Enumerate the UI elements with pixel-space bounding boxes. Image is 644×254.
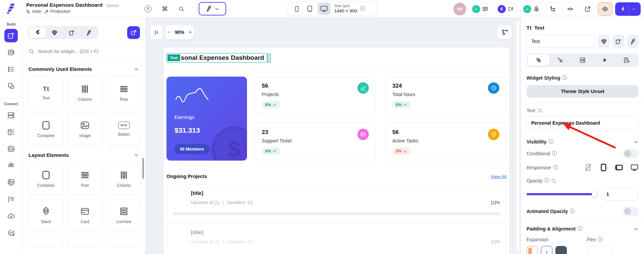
sidebar-item-app-state[interactable] — [4, 193, 18, 206]
environment-name[interactable]: Production — [50, 9, 70, 14]
search-button[interactable] — [177, 4, 186, 13]
save-as-component-button[interactable] — [612, 35, 624, 48]
comments-status-pill[interactable]: ✓ — [469, 3, 492, 15]
tab-documentation[interactable] — [615, 54, 638, 66]
tablet-portrait-toggle-icon[interactable] — [599, 163, 608, 172]
widget-card-container[interactable]: Container — [29, 113, 63, 145]
zoom-out-button[interactable]: − — [166, 29, 172, 35]
phone-preview-button[interactable] — [292, 4, 302, 14]
tab-actions[interactable] — [550, 54, 572, 66]
sidebar-item-database[interactable] — [4, 109, 18, 122]
page-title-text[interactable]: sonal Expenses Dashboard — [181, 54, 264, 61]
text-section-header: Text — [527, 108, 639, 113]
expansion-expanded-button[interactable]: ‹ — [541, 246, 552, 254]
stat-card-support-ticket[interactable]: 23 Support Ticket 6% — [255, 123, 376, 160]
padding-alignment-header[interactable]: Padding & Alignmentⓘ — [527, 226, 639, 232]
earnings-card[interactable]: Earnings $31.313 56 Members $ — [166, 77, 247, 161]
slider-knob[interactable] — [592, 191, 598, 197]
tab-properties[interactable] — [528, 54, 550, 66]
command-menu-button[interactable]: ⌘ — [160, 4, 169, 13]
tab-flutterflow-widgets[interactable] — [80, 27, 97, 38]
tab-backend[interactable] — [572, 54, 594, 66]
widget-card-container[interactable]: Container — [29, 163, 63, 195]
canvas-scrollbar[interactable] — [516, 21, 519, 251]
sidebar-item-cloud-functions[interactable] — [4, 209, 18, 223]
selected-text-widget[interactable]: Text sonal Expenses Dashboard — [166, 53, 267, 62]
members-badge: 56 Members — [175, 144, 209, 154]
widget-card-listview[interactable]: ListView — [106, 199, 141, 231]
widget-search[interactable]: Search for widget... (Ctrl + F) — [22, 44, 145, 59]
widget-tree-button[interactable] — [545, 2, 560, 16]
theme-style-button[interactable]: Theme Style Unset — [527, 85, 639, 98]
view-all-link[interactable]: View All — [491, 174, 506, 179]
widget-card[interactable] — [106, 235, 141, 247]
flutterflow-logo-icon[interactable] — [4, 2, 17, 15]
widget-card-button[interactable]: BTNButton — [106, 113, 141, 145]
sidebar-item-tests[interactable] — [4, 226, 18, 240]
widget-card-row[interactable]: Row — [67, 163, 102, 195]
flutterflow-widget-button[interactable] — [627, 35, 639, 48]
avatar[interactable]: VP — [453, 3, 466, 15]
widget-card[interactable] — [67, 235, 102, 247]
expansion-flexible-button[interactable] — [555, 246, 567, 254]
preview-mode-button[interactable] — [598, 2, 612, 16]
widget-card-image[interactable]: Image — [67, 113, 102, 145]
widget-card[interactable] — [29, 235, 63, 247]
phone-hidden-toggle-icon[interactable] — [584, 163, 592, 172]
flex-value-input[interactable] — [587, 246, 612, 254]
tab-animations[interactable] — [594, 54, 616, 66]
stat-card-active-tasks[interactable]: 56 Active Tasks 2% — [385, 123, 506, 160]
widget-card-text[interactable]: TtText — [29, 77, 63, 109]
open-preview-button[interactable] — [580, 2, 595, 16]
widget-card-card[interactable]: Card — [67, 199, 102, 231]
page-selector-dropdown[interactable] — [199, 2, 226, 15]
desktop-preview-button[interactable] — [318, 3, 331, 15]
debug-status-pill[interactable]: ✓ — [520, 3, 543, 15]
view-code-button[interactable]: </> — [563, 2, 578, 16]
sidebar-item-integrations[interactable] — [4, 159, 18, 172]
canvas-settings-button[interactable] — [498, 25, 512, 39]
stat-card-projects[interactable]: 56 Projects 6% — [255, 77, 376, 114]
scrollbar-thumb[interactable] — [142, 158, 144, 179]
tablet-preview-button[interactable] — [305, 4, 315, 14]
help-button[interactable]: ? — [144, 5, 151, 12]
actions-status-pill[interactable]: 6 — [494, 3, 517, 15]
tab-flutter-widgets[interactable] — [29, 27, 46, 38]
section-header-commonly-used[interactable]: Commonly Used Elements — [29, 66, 139, 72]
sidebar-item-widget-tree[interactable] — [4, 62, 18, 76]
run-button[interactable] — [615, 2, 641, 16]
sidebar-item-components[interactable] — [4, 79, 18, 93]
zoom-in-button[interactable]: + — [187, 29, 193, 35]
stat-card-total-hours[interactable]: 324 Total hours 6% — [385, 77, 506, 114]
expansion-none-button[interactable] — [527, 246, 538, 254]
widget-styling-header: Widget Styling ⓘ — [527, 75, 639, 81]
tab-theme-widgets[interactable] — [46, 27, 63, 38]
sidebar-item-pages[interactable] — [4, 46, 18, 59]
sidebar-item-files[interactable] — [4, 142, 18, 156]
open-widget-panel-button[interactable] — [127, 26, 140, 39]
widget-card-row[interactable]: Row — [106, 77, 141, 109]
theme-widget-button[interactable] — [598, 35, 609, 48]
widget-card-stack[interactable]: Stack — [29, 199, 63, 231]
project-list-item[interactable]: [title] Updated at [1] | Deadline: [1] [… — [166, 223, 506, 254]
text-value-input[interactable] — [527, 116, 639, 130]
animated-opacity-toggle[interactable] — [623, 207, 639, 216]
tablet-landscape-toggle-icon[interactable] — [615, 163, 623, 172]
widget-name-input[interactable] — [527, 35, 595, 48]
visibility-section-header[interactable]: Visibilityⓘ — [527, 139, 639, 145]
collapse-panel-button[interactable] — [150, 25, 162, 39]
opacity-value-input[interactable] — [602, 188, 639, 201]
sidebar-item-app-values[interactable] — [4, 125, 18, 139]
sidebar-item-widget-palette[interactable] — [4, 29, 18, 42]
project-list-item[interactable]: [title] Updated at [1] | Deadline: [1] [… — [166, 184, 506, 221]
sidebar-item-media-assets[interactable] — [4, 176, 18, 189]
branch-name[interactable]: main — [32, 9, 41, 14]
opacity-slider[interactable] — [527, 191, 596, 197]
widget-card-column[interactable]: Column — [106, 163, 141, 195]
selection-resize-handle[interactable] — [267, 54, 271, 62]
section-header-layout-elements[interactable]: Layout Elements — [29, 152, 139, 158]
tab-custom-widgets[interactable] — [63, 27, 80, 38]
widget-card-column[interactable]: Column — [67, 77, 102, 109]
desktop-toggle-icon[interactable] — [630, 163, 639, 172]
conditional-toggle[interactable] — [623, 149, 639, 158]
